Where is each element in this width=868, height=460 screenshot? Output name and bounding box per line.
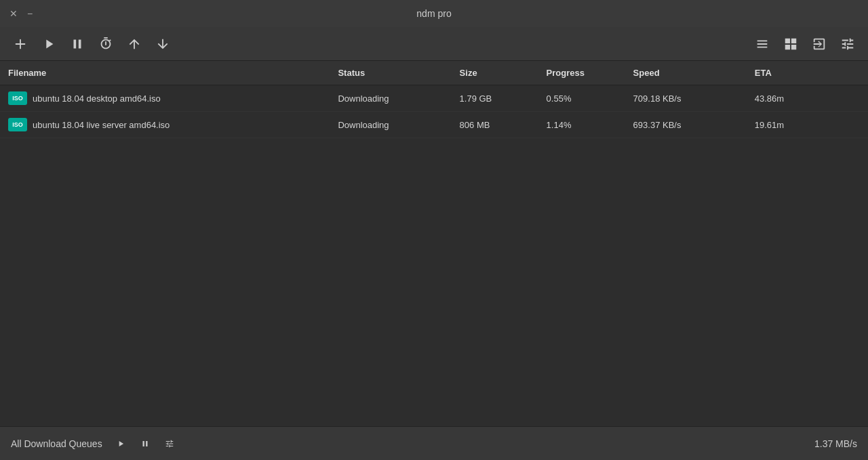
toolbar <box>0 27 868 61</box>
status-play-button[interactable] <box>111 434 131 454</box>
cell-filename: ISO ubuntu 18.04 live server amd64.iso <box>0 112 330 138</box>
col-header-filename: Filename <box>0 61 330 85</box>
status-sliders-button[interactable] <box>159 434 180 454</box>
status-pause-icon <box>140 439 150 448</box>
col-header-eta: ETA <box>747 61 868 85</box>
pause-button[interactable] <box>65 32 90 56</box>
close-button[interactable]: ✕ <box>8 8 19 19</box>
export-button[interactable] <box>807 32 831 56</box>
plus-icon <box>13 37 28 51</box>
sliders-icon <box>840 37 855 51</box>
cell-speed: 709.18 KB/s <box>625 85 747 112</box>
move-down-button[interactable] <box>151 32 175 56</box>
status-sliders-icon <box>165 439 174 448</box>
file-cell: ISO ubuntu 18.04 desktop amd64.iso <box>8 91 321 105</box>
status-pause-button[interactable] <box>135 434 155 454</box>
cell-status: Downloading <box>330 85 451 112</box>
download-table-container: Filename Status Size Progress Speed ETA … <box>0 61 868 426</box>
timer-button[interactable] <box>94 32 118 56</box>
iso-badge: ISO <box>8 91 27 105</box>
status-bar: All Download Queues 1.37 MB/s <box>0 426 868 460</box>
title-bar: ✕ − ndm pro <box>0 0 868 27</box>
col-header-size: Size <box>452 61 538 85</box>
total-speed: 1.37 MB/s <box>814 438 857 449</box>
col-header-status: Status <box>330 61 451 85</box>
table-row[interactable]: ISO ubuntu 18.04 desktop amd64.iso Downl… <box>0 85 868 112</box>
col-header-speed: Speed <box>625 61 747 85</box>
iso-badge: ISO <box>8 118 27 131</box>
grid-view-button[interactable] <box>778 32 803 56</box>
table-row[interactable]: ISO ubuntu 18.04 live server amd64.iso D… <box>0 112 868 138</box>
list-view-icon <box>755 37 770 51</box>
toolbar-left <box>8 32 750 56</box>
app-title: ndm pro <box>416 8 451 19</box>
cell-progress: 0.55% <box>538 85 625 112</box>
settings-sliders-button[interactable] <box>835 32 860 56</box>
list-view-button[interactable] <box>750 32 774 56</box>
filename-text: ubuntu 18.04 live server amd64.iso <box>33 120 170 130</box>
filename-text: ubuntu 18.04 desktop amd64.iso <box>33 93 161 104</box>
cell-eta: 43.86m <box>747 85 868 112</box>
move-up-button[interactable] <box>122 32 146 56</box>
arrow-up-icon <box>127 37 142 51</box>
pause-icon <box>70 37 85 51</box>
grid-view-icon <box>783 37 798 51</box>
export-icon <box>812 37 827 51</box>
table-body: ISO ubuntu 18.04 desktop amd64.iso Downl… <box>0 85 868 138</box>
cell-size: 1.79 GB <box>452 85 538 112</box>
add-button[interactable] <box>8 32 33 56</box>
file-cell: ISO ubuntu 18.04 live server amd64.iso <box>8 118 321 131</box>
cell-filename: ISO ubuntu 18.04 desktop amd64.iso <box>0 85 330 112</box>
status-play-icon <box>116 439 125 448</box>
cell-progress: 1.14% <box>538 112 625 138</box>
arrow-down-icon <box>155 37 170 51</box>
status-controls <box>111 434 180 454</box>
table-header: Filename Status Size Progress Speed ETA <box>0 61 868 85</box>
toolbar-right <box>750 32 860 56</box>
play-icon <box>41 37 56 51</box>
cell-size: 806 MB <box>452 112 538 138</box>
window-controls: ✕ − <box>8 8 35 19</box>
timer-icon <box>98 37 113 51</box>
queue-label: All Download Queues <box>11 438 102 449</box>
col-header-progress: Progress <box>538 61 625 85</box>
status-left: All Download Queues <box>11 434 814 454</box>
download-table: Filename Status Size Progress Speed ETA … <box>0 61 868 138</box>
play-button[interactable] <box>37 32 61 56</box>
cell-status: Downloading <box>330 112 451 138</box>
cell-eta: 19.61m <box>747 112 868 138</box>
minimize-button[interactable]: − <box>24 8 35 19</box>
cell-speed: 693.37 KB/s <box>625 112 747 138</box>
